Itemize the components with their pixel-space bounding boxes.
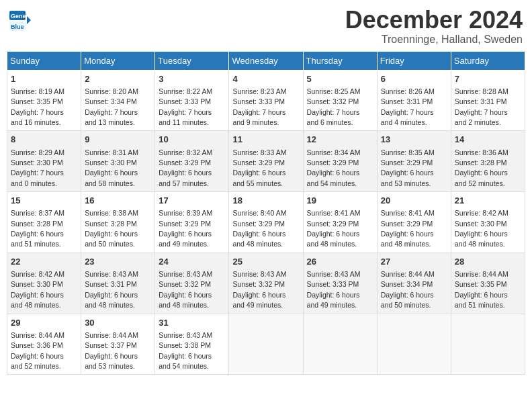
day-info: Sunrise: 8:20 AMSunset: 3:34 PMDaylight:… [85,87,138,126]
calendar-cell [451,314,525,375]
day-info: Sunrise: 8:43 AMSunset: 3:32 PMDaylight:… [232,270,286,309]
calendar-cell: 17 Sunrise: 8:39 AMSunset: 3:29 PMDaylig… [155,192,229,253]
day-number: 27 [381,256,447,268]
calendar-cell: 16 Sunrise: 8:38 AMSunset: 3:28 PMDaylig… [81,192,155,253]
calendar-cell: 24 Sunrise: 8:43 AMSunset: 3:32 PMDaylig… [155,253,229,314]
day-info: Sunrise: 8:41 AMSunset: 3:29 PMDaylight:… [307,209,361,248]
day-number: 31 [159,317,225,329]
calendar-cell: 26 Sunrise: 8:43 AMSunset: 3:33 PMDaylig… [303,253,377,314]
day-info: Sunrise: 8:43 AMSunset: 3:31 PMDaylight:… [85,270,138,309]
day-info: Sunrise: 8:40 AMSunset: 3:29 PMDaylight:… [232,209,286,248]
calendar-cell: 10 Sunrise: 8:32 AMSunset: 3:29 PMDaylig… [155,131,229,192]
day-info: Sunrise: 8:43 AMSunset: 3:38 PMDaylight:… [159,331,212,370]
month-title: December 2024 [345,7,523,34]
day-number: 12 [307,134,373,146]
logo-container: General Blue [9,11,31,32]
day-number: 20 [381,195,447,207]
day-info: Sunrise: 8:35 AMSunset: 3:29 PMDaylight:… [381,148,435,187]
day-number: 28 [455,256,521,268]
calendar-cell: 28 Sunrise: 8:44 AMSunset: 3:35 PMDaylig… [451,253,525,314]
calendar-cell: 5 Sunrise: 8:25 AMSunset: 3:32 PMDayligh… [303,70,377,131]
day-header-saturday: Saturday [451,51,525,70]
day-number: 16 [85,195,151,207]
day-info: Sunrise: 8:44 AMSunset: 3:34 PMDaylight:… [381,270,435,309]
calendar-cell: 14 Sunrise: 8:36 AMSunset: 3:28 PMDaylig… [451,131,525,192]
calendar-cell: 31 Sunrise: 8:43 AMSunset: 3:38 PMDaylig… [155,314,229,375]
day-info: Sunrise: 8:37 AMSunset: 3:28 PMDaylight:… [11,209,64,248]
calendar-week-row: 1 Sunrise: 8:19 AMSunset: 3:35 PMDayligh… [7,70,525,131]
calendar-cell: 15 Sunrise: 8:37 AMSunset: 3:28 PMDaylig… [7,192,81,253]
calendar-cell: 23 Sunrise: 8:43 AMSunset: 3:31 PMDaylig… [81,253,155,314]
day-info: Sunrise: 8:44 AMSunset: 3:36 PMDaylight:… [11,331,64,370]
day-info: Sunrise: 8:19 AMSunset: 3:35 PMDaylight:… [11,87,64,126]
day-number: 9 [85,134,151,146]
calendar-cell: 6 Sunrise: 8:26 AMSunset: 3:31 PMDayligh… [377,70,451,131]
logo-svg: General Blue [9,11,31,32]
day-info: Sunrise: 8:31 AMSunset: 3:30 PMDaylight:… [85,148,138,187]
day-number: 15 [11,195,77,207]
day-number: 1 [11,73,77,85]
day-number: 21 [455,195,521,207]
day-number: 10 [159,134,225,146]
day-header-monday: Monday [81,51,155,70]
day-info: Sunrise: 8:32 AMSunset: 3:29 PMDaylight:… [159,148,212,187]
day-number: 3 [159,73,225,85]
calendar-cell: 8 Sunrise: 8:29 AMSunset: 3:30 PMDayligh… [7,131,81,192]
day-info: Sunrise: 8:25 AMSunset: 3:32 PMDaylight:… [307,87,361,126]
day-info: Sunrise: 8:44 AMSunset: 3:35 PMDaylight:… [455,270,508,309]
day-number: 13 [381,134,447,146]
day-number: 18 [232,195,299,207]
calendar-cell: 11 Sunrise: 8:33 AMSunset: 3:29 PMDaylig… [229,131,303,192]
calendar-cell: 2 Sunrise: 8:20 AMSunset: 3:34 PMDayligh… [81,70,155,131]
calendar-cell: 30 Sunrise: 8:44 AMSunset: 3:37 PMDaylig… [81,314,155,375]
day-number: 2 [85,73,151,85]
calendar-week-row: 29 Sunrise: 8:44 AMSunset: 3:36 PMDaylig… [7,314,525,375]
calendar-week-row: 8 Sunrise: 8:29 AMSunset: 3:30 PMDayligh… [7,131,525,192]
day-info: Sunrise: 8:44 AMSunset: 3:37 PMDaylight:… [85,331,138,370]
title-area: December 2024 Troenninge, Halland, Swede… [345,7,523,46]
day-number: 7 [455,73,521,85]
calendar-cell: 19 Sunrise: 8:41 AMSunset: 3:29 PMDaylig… [303,192,377,253]
day-number: 6 [381,73,447,85]
day-number: 17 [159,195,225,207]
calendar-cell: 20 Sunrise: 8:41 AMSunset: 3:29 PMDaylig… [377,192,451,253]
day-number: 11 [232,134,299,146]
day-header-thursday: Thursday [303,51,377,70]
day-number: 23 [85,256,151,268]
calendar-cell: 22 Sunrise: 8:42 AMSunset: 3:30 PMDaylig… [7,253,81,314]
day-info: Sunrise: 8:26 AMSunset: 3:31 PMDaylight:… [381,87,435,126]
calendar-cell: 25 Sunrise: 8:43 AMSunset: 3:32 PMDaylig… [229,253,303,314]
day-info: Sunrise: 8:33 AMSunset: 3:29 PMDaylight:… [232,148,286,187]
day-info: Sunrise: 8:28 AMSunset: 3:31 PMDaylight:… [455,87,508,126]
calendar-cell: 27 Sunrise: 8:44 AMSunset: 3:34 PMDaylig… [377,253,451,314]
day-number: 14 [455,134,521,146]
page-header: General Blue December 2024 Troenninge, H… [7,7,525,46]
day-header-sunday: Sunday [7,51,81,70]
day-info: Sunrise: 8:41 AMSunset: 3:29 PMDaylight:… [381,209,435,248]
day-info: Sunrise: 8:23 AMSunset: 3:33 PMDaylight:… [232,87,286,126]
day-info: Sunrise: 8:43 AMSunset: 3:33 PMDaylight:… [307,270,361,309]
calendar-cell [303,314,377,375]
calendar-cell: 21 Sunrise: 8:42 AMSunset: 3:30 PMDaylig… [451,192,525,253]
day-number: 29 [11,317,77,329]
day-number: 19 [307,195,373,207]
calendar-cell: 4 Sunrise: 8:23 AMSunset: 3:33 PMDayligh… [229,70,303,131]
day-number: 26 [307,256,373,268]
calendar-body: 1 Sunrise: 8:19 AMSunset: 3:35 PMDayligh… [7,70,525,375]
calendar-cell: 1 Sunrise: 8:19 AMSunset: 3:35 PMDayligh… [7,70,81,131]
calendar-cell [229,314,303,375]
calendar-cell: 29 Sunrise: 8:44 AMSunset: 3:36 PMDaylig… [7,314,81,375]
day-header-wednesday: Wednesday [229,51,303,70]
calendar-table: SundayMondayTuesdayWednesdayThursdayFrid… [7,51,525,375]
logo: General Blue [9,11,31,32]
svg-text:Blue: Blue [11,24,24,30]
calendar-week-row: 15 Sunrise: 8:37 AMSunset: 3:28 PMDaylig… [7,192,525,253]
day-header-tuesday: Tuesday [155,51,229,70]
location-subtitle: Troenninge, Halland, Sweden [345,34,523,46]
calendar-header-row: SundayMondayTuesdayWednesdayThursdayFrid… [7,51,525,70]
day-info: Sunrise: 8:34 AMSunset: 3:29 PMDaylight:… [307,148,361,187]
calendar-cell: 9 Sunrise: 8:31 AMSunset: 3:30 PMDayligh… [81,131,155,192]
calendar-cell: 18 Sunrise: 8:40 AMSunset: 3:29 PMDaylig… [229,192,303,253]
day-info: Sunrise: 8:42 AMSunset: 3:30 PMDaylight:… [455,209,508,248]
day-info: Sunrise: 8:22 AMSunset: 3:33 PMDaylight:… [159,87,212,126]
